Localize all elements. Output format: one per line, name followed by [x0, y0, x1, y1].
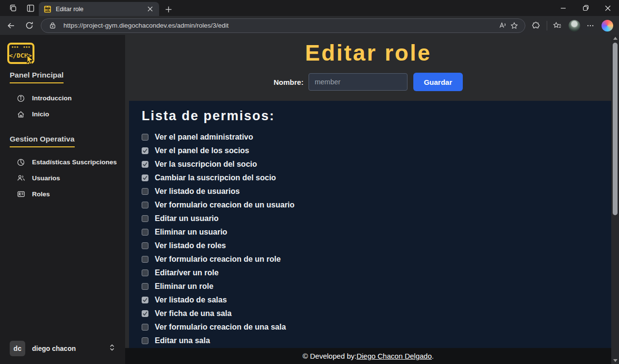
permission-checkbox[interactable]	[142, 161, 148, 168]
permission-row: Eliminar un usuario	[142, 225, 611, 239]
permission-row: Ver formulario creacion de un usuario	[142, 198, 611, 212]
permission-label: Ver listado de roles	[155, 241, 226, 250]
permission-label: Editar una sala	[155, 336, 210, 345]
sidebar-item-label: Roles	[32, 190, 50, 198]
scrollbar-thumb[interactable]	[613, 43, 618, 215]
page-footer: © Developed by: Diego Chacon Delgado .	[125, 348, 611, 364]
permission-label: Ver listado de salas	[155, 296, 227, 304]
profile-avatar[interactable]	[569, 20, 580, 32]
permission-checkbox[interactable]	[142, 174, 148, 181]
read-aloud-icon[interactable]	[497, 20, 508, 32]
permission-checkbox[interactable]	[142, 134, 148, 141]
sidebar-item-inicio[interactable]: Inicio	[0, 106, 125, 122]
permission-row: Ver listado de salas	[142, 293, 611, 307]
copilot-icon[interactable]	[602, 20, 613, 32]
permission-label: Ver la suscripcion del socio	[155, 160, 257, 169]
scroll-down-icon[interactable]	[611, 357, 619, 364]
tab-close-icon[interactable]	[146, 5, 154, 14]
permission-row: Editar un usuario	[142, 212, 611, 225]
permission-label: Ver formulario creacion de una sala	[155, 323, 286, 332]
refresh-icon[interactable]	[22, 18, 37, 33]
permission-label: Editar un usuario	[155, 214, 219, 223]
permissions-list: Ver el panel administrativo Ver el panel…	[142, 130, 611, 348]
developer-link[interactable]: Diego Chacon Delgado	[357, 352, 432, 360]
info-icon	[16, 94, 25, 103]
permission-checkbox[interactable]	[142, 242, 148, 249]
sidebar-item-estadisticas[interactable]: Estadísticas Suscripciones	[0, 154, 125, 170]
sidebar-item-roles[interactable]: Roles	[0, 186, 125, 202]
tab-actions-icon[interactable]	[25, 3, 36, 14]
permission-label: Cambiar la suscripcion del socio	[155, 174, 276, 182]
workspaces-icon[interactable]	[8, 3, 18, 14]
toolbar-divider	[547, 21, 547, 31]
address-bar[interactable]: https://project-gym.diegochacondev.es/ad…	[41, 18, 525, 33]
name-label: Nombre:	[274, 78, 304, 86]
sidebar-item-introduccion[interactable]: Introduccion	[0, 90, 125, 106]
page-title: Editar role	[125, 40, 611, 66]
permission-label: Eliminar un role	[155, 282, 213, 291]
permission-label: Ver ficha de una sala	[155, 309, 231, 318]
favorites-hub-icon[interactable]	[551, 19, 564, 32]
sidebar-item-label: Estadísticas Suscripciones	[32, 158, 117, 166]
lock-icon[interactable]	[47, 20, 59, 32]
sidebar-item-usuarios[interactable]: Usuarios	[0, 170, 125, 186]
permission-row: Ver la suscripcion del socio	[142, 158, 611, 171]
permission-checkbox[interactable]	[142, 256, 148, 263]
tab-strip: DCH Editar role	[0, 0, 619, 16]
permission-label: Ver el panel de los socios	[155, 146, 249, 155]
permission-label: Eliminar un usuario	[155, 228, 227, 237]
sidebar: </DCH> Panel Principal Introduccion	[0, 35, 125, 364]
permission-row: Editar una sala	[142, 334, 611, 348]
permission-checkbox[interactable]	[142, 229, 148, 236]
main-content: Editar role Nombre: Guardar Lista de per…	[125, 35, 611, 364]
permission-label: Ver formulario creacion de un role	[155, 255, 281, 264]
browser-tab[interactable]: DCH Editar role	[39, 2, 159, 16]
user-avatar: dc	[10, 341, 25, 356]
dch-logo: </DCH>	[7, 42, 36, 68]
permission-checkbox[interactable]	[142, 337, 148, 344]
home-icon	[16, 110, 25, 119]
permission-checkbox[interactable]	[142, 283, 148, 290]
permission-row: Editar/ver un role	[142, 266, 611, 280]
user-name: diego chacon	[32, 345, 109, 352]
permission-checkbox[interactable]	[142, 324, 148, 331]
id-card-icon	[16, 190, 25, 199]
pie-chart-icon	[16, 158, 25, 167]
scrollbar[interactable]	[611, 35, 619, 364]
back-icon[interactable]	[4, 18, 18, 33]
save-button[interactable]: Guardar	[413, 73, 463, 91]
favorite-star-icon[interactable]	[508, 20, 520, 32]
role-name-input[interactable]	[309, 73, 407, 91]
permission-row: Ver listado de roles	[142, 239, 611, 253]
browser-toolbar: https://project-gym.diegochacondev.es/ad…	[0, 16, 619, 35]
role-name-form: Nombre: Guardar	[125, 73, 611, 91]
settings-ellipsis-icon[interactable]	[584, 19, 597, 32]
extensions-icon[interactable]	[529, 19, 542, 32]
permission-checkbox[interactable]	[142, 188, 148, 195]
permission-row: Ver el panel de los socios	[142, 144, 611, 158]
permission-row: Ver listado de usuarios	[142, 185, 611, 198]
footer-text: © Developed by:	[303, 352, 357, 360]
permission-label: Ver listado de usuarios	[155, 187, 240, 196]
permission-row: Ver ficha de una sala	[142, 307, 611, 320]
permission-checkbox[interactable]	[142, 297, 148, 303]
new-tab-icon[interactable]	[163, 4, 174, 15]
minimize-button[interactable]	[552, 0, 574, 16]
sidebar-item-label: Usuarios	[32, 174, 60, 182]
url-text[interactable]: https://project-gym.diegochacondev.es/ad…	[64, 22, 497, 29]
footer-suffix: .	[432, 352, 434, 360]
permission-checkbox[interactable]	[142, 202, 148, 208]
restore-button[interactable]	[574, 0, 597, 16]
scroll-up-icon[interactable]	[611, 35, 619, 42]
permission-checkbox[interactable]	[142, 310, 148, 317]
chevron-updown-icon[interactable]	[109, 344, 115, 353]
permission-checkbox[interactable]	[142, 147, 148, 154]
close-button[interactable]	[597, 0, 619, 16]
permission-checkbox[interactable]	[142, 269, 148, 276]
permission-row: Ver formulario creacion de un role	[142, 253, 611, 266]
svg-text:DCH: DCH	[45, 8, 50, 12]
permission-checkbox[interactable]	[142, 215, 148, 222]
tab-title: Editar role	[56, 6, 146, 13]
user-menu[interactable]: dc diego chacon	[10, 341, 115, 356]
permission-label: Ver el panel administrativo	[155, 133, 253, 142]
